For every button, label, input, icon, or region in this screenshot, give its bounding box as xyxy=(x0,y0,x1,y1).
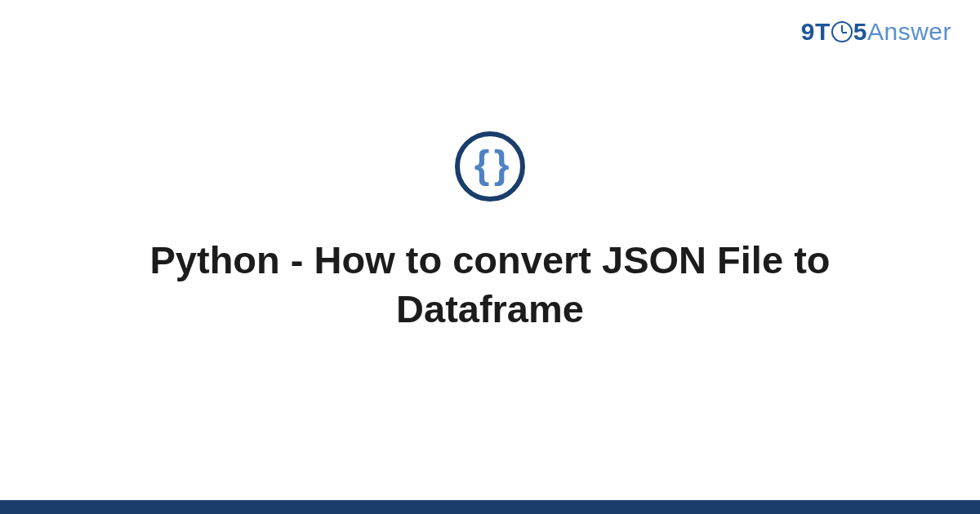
braces-glyph: { } xyxy=(474,145,506,184)
json-braces-icon: { } xyxy=(455,131,525,202)
footer-bar xyxy=(0,500,980,514)
page-title: Python - How to convert JSON File to Dat… xyxy=(61,236,919,334)
main-content: { } Python - How to convert JSON File to… xyxy=(0,0,980,514)
